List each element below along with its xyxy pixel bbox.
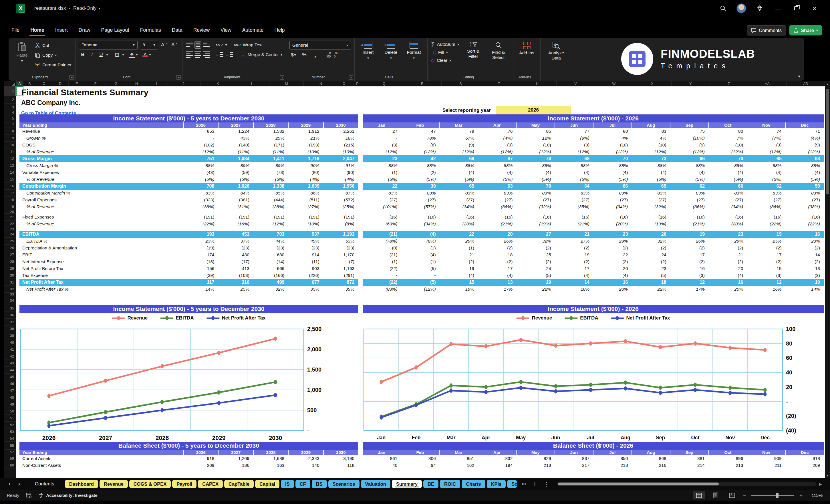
cell[interactable]: (5%) (555, 177, 593, 182)
cell[interactable]: 66 (593, 184, 632, 189)
column-header-AA[interactable]: AA (748, 81, 787, 86)
cell[interactable]: 88% (555, 163, 593, 168)
row-header-52[interactable]: 52 (4, 421, 16, 429)
cell[interactable]: 88% (516, 163, 554, 168)
cell[interactable]: (2) (593, 245, 632, 251)
cell[interactable]: - (363, 273, 401, 278)
format-painter-button[interactable]: Format Painter (35, 61, 72, 69)
row-label[interactable]: EBITDA % (20, 239, 183, 244)
cell[interactable]: (78%) (363, 239, 401, 244)
row-label[interactable]: Net Profit After Tax % (20, 287, 183, 292)
cell[interactable]: 88% (401, 163, 439, 168)
cell[interactable]: (27) (747, 197, 785, 202)
cell[interactable]: (57%) (401, 204, 439, 209)
row-header-38[interactable]: 38 (4, 325, 16, 333)
select-all-corner[interactable] (4, 81, 16, 86)
cell[interactable]: (2) (786, 245, 824, 251)
decrease-indent-button[interactable]: ← (216, 50, 224, 59)
cell[interactable]: 872 (323, 280, 358, 285)
column-header-2030[interactable]: 2030 (323, 122, 358, 128)
cell[interactable]: 23% (183, 239, 218, 244)
cell[interactable]: (21%) (670, 221, 708, 226)
sheet-tab-kpis[interactable]: KPIs (487, 480, 506, 488)
row-header-43[interactable]: 43 (4, 360, 16, 367)
cell[interactable]: 708 (183, 184, 218, 189)
column-header-E[interactable]: E (69, 81, 85, 86)
cell[interactable]: 32% (253, 287, 288, 292)
column-header-W[interactable]: W (595, 81, 633, 86)
cell[interactable]: 83% (516, 190, 554, 196)
account-avatar[interactable] (732, 2, 751, 14)
column-header-2026[interactable]: 2026 (183, 122, 218, 128)
cell[interactable]: (27) (363, 197, 401, 202)
cell[interactable]: (10%) (670, 135, 708, 141)
cell[interactable]: (3) (670, 273, 708, 278)
cell[interactable]: (5) (401, 280, 439, 285)
cell[interactable]: (7%) (747, 135, 785, 141)
cell[interactable]: 21 (555, 232, 593, 237)
row-header-22[interactable]: 22 (4, 221, 16, 227)
cell[interactable]: 1,084 (218, 156, 253, 161)
cell[interactable]: (25%) (323, 204, 358, 209)
sheet-tab-bs[interactable]: BS (312, 480, 327, 488)
cell[interactable]: 677 (288, 280, 323, 285)
scroll-down-icon[interactable]: ▼ (826, 473, 829, 478)
cell[interactable]: 23% (786, 239, 824, 244)
column-header-sep[interactable]: Sep (670, 122, 708, 128)
file-name[interactable]: restaurant.xlsx (34, 5, 66, 11)
cell[interactable]: (4%) (786, 135, 824, 141)
cell[interactable]: 39% (323, 287, 358, 292)
column-header-X[interactable]: X (633, 81, 672, 86)
cell[interactable]: 1,209 (218, 456, 253, 461)
cell[interactable]: 23 (363, 156, 401, 161)
cell[interactable]: 17 (555, 266, 593, 271)
cell[interactable]: 23 (632, 266, 670, 271)
cell[interactable]: 22% (516, 287, 554, 292)
cell[interactable]: (572) (323, 197, 358, 202)
cell[interactable]: 213 (516, 463, 554, 468)
cell[interactable]: 117 (183, 280, 218, 285)
cell[interactable]: (5) (632, 273, 670, 278)
cell[interactable]: (8%) (323, 221, 358, 226)
cell[interactable]: (1) (363, 259, 401, 264)
cell[interactable]: 83% (747, 190, 785, 196)
cell[interactable]: (27%) (288, 204, 323, 209)
cell[interactable]: 83% (593, 190, 632, 196)
cell[interactable]: (27) (708, 197, 747, 202)
cell[interactable]: (12%) (516, 149, 554, 154)
row-header-10[interactable]: 10 (4, 141, 16, 149)
column-header-nov[interactable]: Nov (747, 450, 786, 455)
cell[interactable]: 25% (218, 287, 253, 292)
row-label[interactable]: Fixed Expenses (20, 215, 183, 220)
cell[interactable]: (10) (708, 143, 747, 148)
cell[interactable]: (2) (747, 259, 785, 264)
cell[interactable]: 861 (363, 456, 401, 461)
cell[interactable]: 65 (440, 184, 478, 189)
cell[interactable]: 91% (323, 163, 358, 168)
row-header-45[interactable]: 45 (4, 374, 16, 380)
cell[interactable]: (20%) (593, 221, 632, 226)
column-header-jun[interactable]: Jun (554, 450, 593, 455)
cell[interactable]: 26 (632, 232, 670, 237)
sheet-tab-cf[interactable]: CF (295, 480, 310, 488)
cell[interactable]: (4%) (288, 177, 323, 182)
align-middle-button[interactable] (194, 41, 201, 49)
menu-tab-data[interactable]: Data (172, 27, 183, 38)
column-header-feb[interactable]: Feb (401, 450, 439, 455)
cell[interactable]: 12 (747, 280, 785, 285)
cell[interactable]: 14% (183, 287, 218, 292)
font-size-select[interactable]: 8 ▾ (140, 41, 158, 50)
cell[interactable]: (16) (516, 215, 554, 220)
cell[interactable]: (19%) (632, 221, 670, 226)
cell[interactable]: (5%) (363, 177, 401, 182)
column-header-aug[interactable]: Aug (632, 450, 670, 455)
cell[interactable]: (16%) (218, 221, 253, 226)
cell[interactable]: 937 (288, 232, 323, 237)
row-label[interactable]: Depreciation & Amortization (20, 245, 183, 251)
column-header-apr[interactable]: Apr (478, 122, 516, 128)
cell[interactable]: 89% (253, 163, 288, 168)
cell[interactable]: (20%) (440, 221, 478, 226)
cell[interactable]: (16) (786, 215, 824, 220)
column-header-AB[interactable]: AB (787, 81, 825, 86)
cell[interactable]: 78% (401, 135, 439, 141)
